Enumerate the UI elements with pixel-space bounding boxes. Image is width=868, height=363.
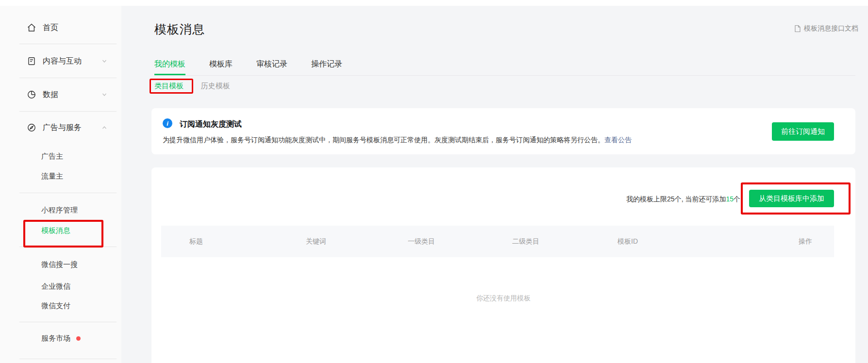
chevron-down-icon (101, 58, 108, 65)
sidebar-divider (19, 44, 117, 44)
banner-title: 订阅通知灰度测试 (180, 119, 242, 130)
sidebar-divider (19, 359, 117, 359)
sidebar-divider (19, 193, 117, 193)
sidebar-item-advertiser[interactable]: 广告主 (0, 151, 121, 161)
subscribe-notice-banner (151, 108, 855, 154)
sidebar-item-label: 数据 (43, 90, 58, 100)
sidebar-item-service-market[interactable]: 服务市场 (0, 333, 121, 343)
template-limit-text: 我的模板上限25个, 当前还可添加15个 (626, 195, 740, 204)
subtab-history-template[interactable]: 历史模板 (201, 82, 230, 91)
tab-my-templates[interactable]: 我的模板 (154, 58, 185, 75)
sidebar-item-template-message[interactable]: 模板消息 (0, 226, 121, 235)
ads-services-icon (27, 123, 36, 132)
sidebar-divider (19, 247, 117, 247)
home-icon (27, 23, 36, 33)
chevron-down-icon (101, 91, 108, 98)
content-icon (27, 56, 36, 66)
column-header-category-l2: 二级类目 (512, 226, 539, 257)
sidebar-item-miniprogram[interactable]: 小程序管理 (0, 205, 121, 215)
template-table-header: 标题 关键词 一级类目 二级类目 模板ID 操作 (161, 226, 834, 257)
sidebar-item-wechat-pay[interactable]: 微信支付 (0, 301, 121, 311)
sidebar-item-wechat-search[interactable]: 微信搜一搜 (0, 260, 121, 269)
view-announcement-link[interactable]: 查看公告 (604, 136, 632, 144)
sidebar-divider (19, 111, 117, 112)
sidebar-item-ads-services[interactable]: 广告与服务 (0, 122, 121, 133)
sub-tab-bar: 类目模板 | 历史模板 (154, 81, 230, 91)
subtab-separator: | (191, 82, 193, 90)
sidebar-divider (19, 78, 117, 78)
tab-bar: 我的模板 模板库 审核记录 操作记录 (154, 58, 855, 76)
column-header-title: 标题 (189, 226, 203, 257)
sidebar-item-label: 内容与互动 (43, 56, 82, 66)
tab-template-library[interactable]: 模板库 (209, 58, 233, 75)
add-from-category-library-button[interactable]: 从类目模板库中添加 (749, 190, 834, 207)
template-api-doc-link[interactable]: 模板消息接口文档 (794, 24, 858, 33)
chevron-up-icon (101, 124, 108, 131)
sidebar-item-wecom[interactable]: 企业微信 (0, 281, 121, 291)
document-icon (794, 25, 801, 33)
remaining-count: 15 (726, 195, 734, 203)
tab-operation-records[interactable]: 操作记录 (311, 58, 342, 75)
tab-review-records[interactable]: 审核记录 (256, 58, 287, 75)
sidebar-item-content[interactable]: 内容与互动 (0, 56, 121, 66)
sidebar-divider (19, 322, 117, 322)
sidebar-item-data[interactable]: 数据 (0, 89, 121, 100)
column-header-category-l1: 一级类目 (408, 226, 435, 257)
goto-subscribe-notice-button[interactable]: 前往订阅通知 (772, 122, 834, 141)
red-dot-badge (76, 336, 81, 341)
column-header-template-id: 模板ID (618, 226, 638, 257)
sidebar-item-label: 首页 (43, 23, 58, 33)
empty-state-text: 你还没有使用模板 (151, 294, 855, 303)
column-header-actions: 操作 (799, 226, 812, 257)
banner-body: 为提升微信用户体验，服务号订阅通知功能灰度测试中，期间服务号模板消息可正常使用。… (163, 136, 632, 145)
column-header-keyword: 关键词 (306, 226, 326, 257)
subtab-category-template[interactable]: 类目模板 (154, 82, 184, 91)
sidebar-item-home[interactable]: 首页 (0, 22, 121, 33)
data-icon (27, 90, 36, 99)
info-icon: i (163, 118, 172, 128)
wechat-mp-admin-window: 首页 内容与互动 数据 广告与服务 广告主 流量主 (0, 0, 868, 363)
sidebar-item-traffic-owner[interactable]: 流量主 (0, 171, 121, 181)
sidebar-item-label: 广告与服务 (43, 123, 82, 133)
page-title: 模板消息 (154, 21, 205, 37)
